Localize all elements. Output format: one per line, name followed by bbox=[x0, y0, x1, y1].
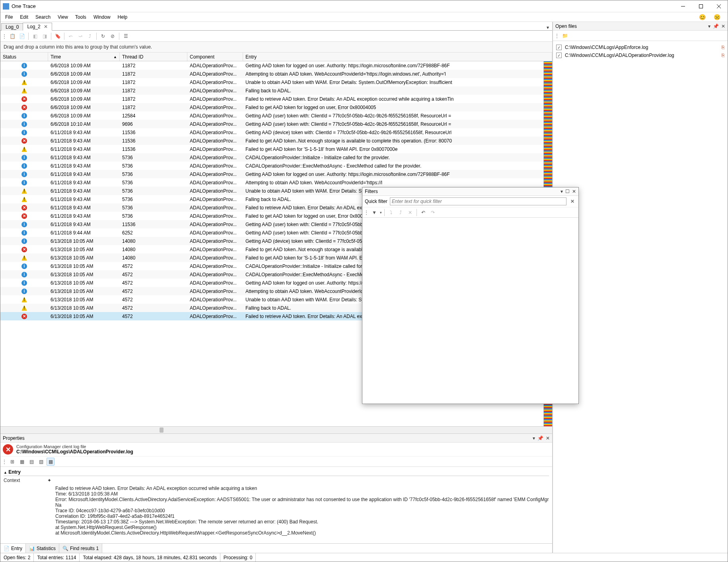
props-view4-icon[interactable]: ▧ bbox=[37, 458, 45, 466]
filter-funnel-icon[interactable]: ▼ bbox=[370, 209, 378, 217]
table-row[interactable]: i6/6/2018 10:10 AM9696ADALOperationProv.… bbox=[0, 120, 552, 128]
filter-remove-icon[interactable]: ⤴ bbox=[397, 209, 405, 217]
toolbar-paste-icon[interactable]: 📄 bbox=[18, 32, 26, 40]
openfiles-add-icon[interactable]: 📁 bbox=[561, 32, 569, 40]
table-row[interactable]: ✕6/11/2018 9:43 AM11536ADALOperationProv… bbox=[0, 137, 552, 145]
cell-component: ADALOperationProv... bbox=[187, 146, 243, 152]
feedback-happy-icon[interactable]: 😊 bbox=[696, 13, 709, 21]
tab-log2[interactable]: Log_2✕ bbox=[23, 23, 52, 31]
bottom-tab-entry[interactable]: 📄Entry bbox=[0, 544, 26, 553]
table-row[interactable]: i6/11/2018 9:43 AM5736ADALOperationProv.… bbox=[0, 162, 552, 170]
filter-funnel-drop-icon[interactable]: ▾ bbox=[380, 211, 382, 215]
file-checkbox[interactable]: ✓ bbox=[556, 53, 562, 58]
cell-entry: Getting AAD (user) token with: ClientId … bbox=[243, 113, 552, 119]
table-row[interactable]: i6/6/2018 10:09 AM12584ADALOperationProv… bbox=[0, 111, 552, 120]
cell-time: 6/11/2018 9:43 AM bbox=[48, 130, 120, 135]
props-view1-icon[interactable]: ⊞ bbox=[8, 458, 16, 466]
tab-close-icon[interactable]: ✕ bbox=[44, 24, 48, 29]
table-row[interactable]: i6/6/2018 10:09 AM11872ADALOperationProv… bbox=[0, 70, 552, 78]
table-row[interactable]: ✕6/6/2018 10:09 AM11872ADALOperationProv… bbox=[0, 103, 552, 111]
props-view5-icon[interactable]: ▩ bbox=[47, 458, 55, 466]
menu-tools[interactable]: Tools bbox=[72, 14, 90, 21]
toolbar-nav1-icon[interactable]: ⤺ bbox=[67, 32, 75, 40]
toolbar-misc2-icon[interactable]: ◨ bbox=[41, 32, 49, 40]
table-row[interactable]: ✕6/6/2018 10:09 AM11872ADALOperationProv… bbox=[0, 95, 552, 103]
column-status[interactable]: Status bbox=[0, 53, 48, 61]
table-row[interactable]: !6/11/2018 9:43 AM11536ADALOperationProv… bbox=[0, 145, 552, 153]
open-files-list: ✓C:\Windows\CCM\Logs\AppEnforce.log⎘✓C:\… bbox=[553, 41, 728, 553]
menu-search[interactable]: Search bbox=[32, 14, 54, 21]
menu-edit[interactable]: Edit bbox=[17, 14, 31, 21]
quick-filter-input[interactable] bbox=[392, 199, 564, 204]
toolbar-refresh-icon[interactable]: ↻ bbox=[99, 32, 107, 40]
table-row[interactable]: i6/6/2018 10:09 AM11872ADALOperationProv… bbox=[0, 61, 552, 70]
table-row[interactable]: i6/11/2018 9:43 AM11536ADALOperationProv… bbox=[0, 128, 552, 137]
pane-dropdown-icon[interactable]: ▾ bbox=[533, 435, 535, 441]
toolbar-nav2-icon[interactable]: ⤻ bbox=[76, 32, 84, 40]
bottom-tab-statistics[interactable]: 📊Statistics bbox=[26, 544, 59, 553]
maximize-button[interactable] bbox=[692, 0, 710, 12]
menu-view[interactable]: View bbox=[55, 14, 71, 21]
toolbar-filter-icon[interactable]: ☰ bbox=[122, 32, 130, 40]
table-row[interactable]: !6/6/2018 10:09 AM11872ADALOperationProv… bbox=[0, 78, 552, 86]
warn-icon: ! bbox=[21, 188, 27, 194]
cell-time: 6/6/2018 10:09 AM bbox=[48, 88, 120, 94]
filter-apply-icon[interactable]: ⤵ bbox=[387, 209, 395, 217]
entry-header: Entry bbox=[8, 469, 21, 475]
column-entry[interactable]: Entry bbox=[243, 53, 552, 61]
open-file-row[interactable]: ✓C:\Windows\CCM\Logs\AppEnforce.log⎘ bbox=[555, 43, 726, 51]
file-remove-icon[interactable]: ⎘ bbox=[722, 45, 724, 50]
openfiles-dropdown-icon[interactable]: ▾ bbox=[708, 23, 710, 29]
props-view2-icon[interactable]: ▦ bbox=[18, 458, 26, 466]
filters-close-icon[interactable]: ✕ bbox=[572, 189, 576, 194]
context-text[interactable]: Failed to retrieve AAD token. Error Deta… bbox=[55, 478, 549, 536]
tab-log0[interactable]: Log_0 bbox=[1, 23, 23, 31]
filters-maximize-icon[interactable]: ☐ bbox=[565, 189, 570, 194]
toolbar-copy-icon[interactable]: 📋 bbox=[8, 32, 16, 40]
cell-time: 6/11/2018 9:43 AM bbox=[48, 146, 120, 152]
group-by-hint[interactable]: Drag and drop a column into this area to… bbox=[0, 42, 552, 53]
toolbar-bookmark-icon[interactable]: 🔖 bbox=[54, 32, 62, 40]
pane-pin-icon[interactable]: 📌 bbox=[537, 435, 543, 441]
warn-icon: ! bbox=[21, 255, 27, 261]
openfiles-pin-icon[interactable]: 📌 bbox=[713, 23, 719, 29]
cell-thread: 5736 bbox=[120, 213, 187, 219]
column-component[interactable]: Component bbox=[187, 53, 243, 61]
filters-dropdown-icon[interactable]: ▾ bbox=[561, 189, 563, 194]
column-time[interactable]: Time▲ bbox=[48, 53, 120, 61]
column-thread[interactable]: Thread ID bbox=[120, 53, 187, 61]
props-view3-icon[interactable]: ▤ bbox=[27, 458, 35, 466]
file-checkbox[interactable]: ✓ bbox=[556, 45, 562, 50]
menu-file[interactable]: File bbox=[2, 14, 16, 21]
filter-nav-next-icon[interactable]: ↷ bbox=[429, 209, 437, 217]
open-file-row[interactable]: ✓C:\Windows\CCM\Logs\ADALOperationProvid… bbox=[555, 51, 726, 59]
bottom-tab-find[interactable]: 🔍Find results 1 bbox=[59, 544, 102, 553]
feedback-sad-icon[interactable]: ☹️ bbox=[710, 13, 724, 21]
openfiles-close-icon[interactable]: ✕ bbox=[721, 23, 725, 29]
pane-close-icon[interactable]: ✕ bbox=[546, 435, 550, 441]
file-remove-icon[interactable]: ⎘ bbox=[722, 53, 724, 58]
cell-time: 6/13/2018 10:05 AM bbox=[48, 238, 120, 244]
close-button[interactable] bbox=[710, 0, 728, 12]
table-row[interactable]: !6/6/2018 10:09 AM11872ADALOperationProv… bbox=[0, 86, 552, 95]
status-processing: Processing: 0 bbox=[220, 553, 256, 562]
tabs-dropdown-icon[interactable]: ▾ bbox=[543, 25, 552, 30]
toolbar-nav3-icon[interactable]: ⤴ bbox=[86, 32, 94, 40]
table-row[interactable]: i6/11/2018 9:43 AM5736ADALOperationProv.… bbox=[0, 153, 552, 162]
cell-component: ADALOperationProv... bbox=[187, 180, 243, 185]
quick-filter-clear-icon[interactable]: ✕ bbox=[569, 199, 576, 204]
minimize-button[interactable] bbox=[674, 0, 692, 12]
error-icon: ✕ bbox=[21, 138, 27, 144]
menu-window[interactable]: Window bbox=[90, 14, 114, 21]
cell-component: ADALOperationProv... bbox=[187, 247, 243, 252]
cell-thread: 11536 bbox=[120, 146, 187, 152]
toolbar-misc1-icon[interactable]: ◧ bbox=[31, 32, 39, 40]
table-row[interactable]: i6/11/2018 9:43 AM5736ADALOperationProv.… bbox=[0, 170, 552, 178]
menu-help[interactable]: Help bbox=[115, 14, 131, 21]
filter-nav-prev-icon[interactable]: ↶ bbox=[419, 209, 427, 217]
info-icon: i bbox=[21, 289, 27, 294]
table-row[interactable]: i6/11/2018 9:43 AM5736ADALOperationProv.… bbox=[0, 178, 552, 187]
filter-clear-icon[interactable]: ✕ bbox=[406, 209, 414, 217]
horizontal-scrollbar[interactable] bbox=[0, 426, 552, 433]
toolbar-stop-icon[interactable]: ⊘ bbox=[109, 32, 117, 40]
